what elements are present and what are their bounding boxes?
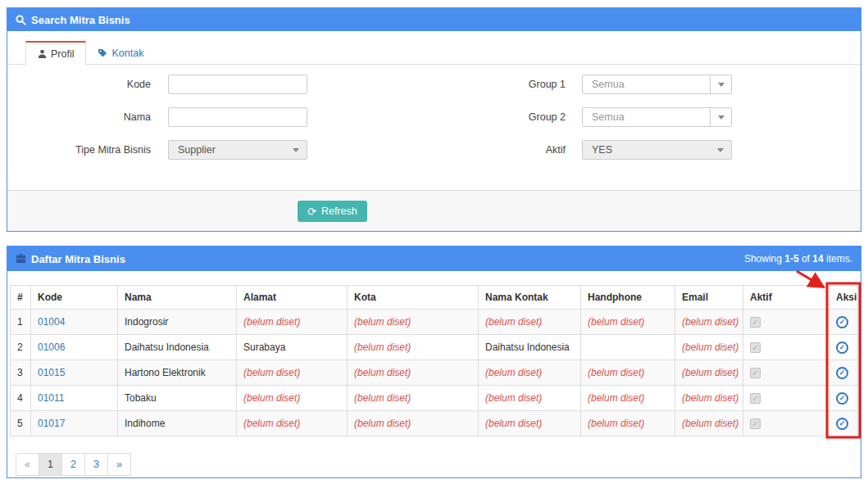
showing-summary: Showing 1-5 of 14 items.	[744, 253, 852, 265]
tabs-row: Profil Kontak	[7, 31, 861, 65]
table-row: 3 01015 Hartono Elektronik (belum diset)…	[11, 360, 858, 386]
search-panel-header: Search Mitra Bisnis	[7, 8, 861, 31]
col-header-aksi: Aksi	[829, 286, 858, 310]
tab-profil[interactable]: Profil	[25, 41, 86, 66]
pagination-prev[interactable]: «	[16, 453, 39, 476]
aksi-check-circle-icon[interactable]: ✓	[836, 367, 848, 379]
table-row: 1 01004 Indogrosir (belum diset) (belum …	[11, 310, 858, 335]
col-header-handphone: Handphone	[581, 286, 675, 310]
col-header-kota: Kota	[348, 286, 479, 310]
alamat-cell: Surabaya	[237, 335, 348, 360]
aksi-check-circle-icon[interactable]: ✓	[836, 418, 848, 430]
chevron-down-icon	[293, 148, 299, 152]
kode-link[interactable]: 01015	[38, 367, 65, 378]
search-form: Kode Nama Tipe Mitra Bisnis Supplier Gro…	[7, 65, 861, 190]
kode-link[interactable]: 01006	[38, 342, 65, 353]
nama-kontak-cell: Daihatsu Indonesia	[479, 335, 581, 360]
alamat-cell: (belum diset)	[237, 386, 348, 411]
group2-value: Semua	[583, 111, 625, 123]
tipe-mitra-bisnis-select[interactable]: Supplier	[168, 140, 307, 160]
alamat-cell: (belum diset)	[237, 360, 348, 386]
email-cell: (belum diset)	[675, 310, 743, 335]
search-panel-footer: ⟳ Refresh	[7, 190, 861, 231]
group2-label: Group 2	[450, 111, 566, 123]
col-header-alamat: Alamat	[237, 286, 348, 310]
table-header-row: # Kode Nama Alamat Kota Nama Kontak Hand…	[11, 286, 858, 310]
tab-profil-label: Profil	[51, 48, 74, 60]
aktif-checkbox: ✓	[750, 393, 761, 404]
kota-cell: (belum diset)	[348, 310, 479, 335]
email-cell: (belum diset)	[675, 386, 743, 411]
group1-value: Semua	[583, 79, 625, 90]
col-header-num: #	[11, 286, 31, 310]
aksi-check-circle-icon[interactable]: ✓	[836, 342, 848, 354]
search-mitra-bisnis-panel: Search Mitra Bisnis Profil Kontak Kode N…	[7, 7, 861, 232]
email-cell: (belum diset)	[675, 335, 743, 360]
handphone-cell: (belum diset)	[581, 386, 675, 411]
list-panel-title: Daftar Mitra Bisnis	[31, 253, 125, 265]
refresh-button-label: Refresh	[321, 206, 357, 217]
pagination-page-1[interactable]: 1	[39, 453, 62, 476]
aktif-checkbox: ✓	[750, 342, 761, 353]
aktif-checkbox: ✓	[750, 418, 761, 429]
alamat-cell: (belum diset)	[237, 310, 348, 335]
briefcase-icon	[16, 254, 26, 264]
chevron-down-icon	[717, 148, 724, 152]
group1-select[interactable]: Semua	[582, 75, 732, 94]
daftar-mitra-bisnis-panel: Daftar Mitra Bisnis Showing 1-5 of 14 it…	[7, 246, 861, 478]
chevron-down-icon	[718, 115, 725, 120]
kota-cell: (belum diset)	[348, 360, 479, 386]
nama-cell: Tobaku	[118, 386, 237, 411]
kode-link[interactable]: 01004	[38, 316, 65, 328]
nama-label: Nama	[16, 111, 151, 123]
kode-label: Kode	[16, 79, 151, 90]
col-header-nama-kontak: Nama Kontak	[479, 286, 581, 310]
col-header-nama: Nama	[118, 286, 237, 310]
mitra-bisnis-table: # Kode Nama Alamat Kota Nama Kontak Hand…	[10, 285, 858, 437]
email-cell: (belum diset)	[675, 411, 743, 437]
search-icon	[16, 15, 26, 25]
pagination-page-3[interactable]: 3	[84, 453, 108, 476]
tipe-mitra-bisnis-label: Tipe Mitra Bisnis	[16, 144, 151, 156]
row-num: 5	[11, 411, 31, 437]
handphone-cell	[581, 335, 675, 360]
aktif-checkbox: ✓	[750, 317, 761, 328]
refresh-icon: ⟳	[307, 206, 316, 218]
handphone-cell: (belum diset)	[581, 411, 675, 437]
tag-icon	[98, 48, 107, 58]
col-header-kode: Kode	[31, 286, 118, 310]
pagination-page-2[interactable]: 2	[61, 453, 85, 476]
list-panel-header: Daftar Mitra Bisnis Showing 1-5 of 14 it…	[7, 247, 861, 271]
kota-cell: (belum diset)	[348, 335, 479, 360]
aksi-check-circle-icon[interactable]: ✓	[836, 392, 848, 405]
row-num: 3	[11, 360, 31, 386]
refresh-button[interactable]: ⟳ Refresh	[298, 201, 367, 222]
kode-input[interactable]	[168, 75, 307, 94]
row-num: 1	[11, 310, 31, 335]
nama-input[interactable]	[168, 107, 307, 127]
pagination-next[interactable]: »	[107, 453, 131, 476]
kode-link[interactable]: 01011	[38, 392, 64, 404]
nama-kontak-cell: (belum diset)	[479, 360, 581, 386]
col-header-email: Email	[675, 286, 743, 310]
user-icon	[38, 49, 47, 58]
table-row: 2 01006 Daihatsu Indonesia Surabaya (bel…	[11, 335, 858, 360]
nama-kontak-cell: (belum diset)	[479, 310, 581, 335]
table-row: 4 01011 Tobaku (belum diset) (belum dise…	[11, 386, 858, 411]
nama-cell: Hartono Elektronik	[118, 360, 237, 386]
tab-kontak-label: Kontak	[111, 47, 143, 59]
handphone-cell: (belum diset)	[581, 310, 675, 335]
col-header-aktif: Aktif	[743, 286, 829, 310]
row-num: 2	[11, 335, 31, 360]
search-panel-title: Search Mitra Bisnis	[31, 14, 130, 26]
tab-kontak[interactable]: Kontak	[86, 41, 155, 66]
aktif-select[interactable]: YES	[582, 140, 732, 160]
nama-cell: Indogrosir	[118, 310, 237, 335]
pagination: « 1 2 3 »	[16, 453, 858, 476]
nama-kontak-cell: (belum diset)	[479, 386, 581, 411]
aksi-check-circle-icon[interactable]: ✓	[836, 316, 848, 328]
kode-link[interactable]: 01017	[38, 418, 65, 429]
tipe-mitra-bisnis-value: Supplier	[169, 144, 216, 156]
row-num: 4	[11, 386, 31, 411]
group2-select[interactable]: Semua	[582, 107, 732, 127]
